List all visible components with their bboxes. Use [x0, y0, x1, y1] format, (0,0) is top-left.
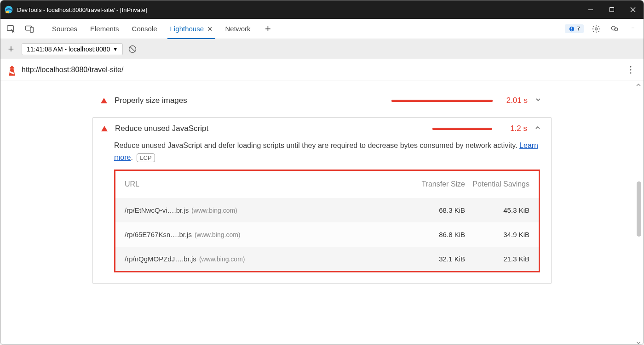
report-selector[interactable]: 11:41:08 AM - localhost:8080 ▼: [22, 43, 123, 55]
audit-time: 2.01 s: [500, 96, 528, 105]
scroll-down-icon[interactable]: [636, 339, 641, 345]
cell-transfer: 86.8 KiB: [405, 231, 465, 238]
audit-title: Reduce unused JavaScript: [115, 124, 425, 133]
cell-transfer: 68.3 KiB: [405, 206, 465, 214]
scroll-up-icon[interactable]: [636, 81, 641, 87]
svg-rect-11: [571, 29, 572, 30]
chevron-up-icon[interactable]: [535, 124, 543, 133]
svg-point-15: [632, 28, 632, 28]
tab-console[interactable]: Console: [126, 19, 164, 39]
report-header: http://localhost:8080/travel-site/: [0, 59, 644, 80]
svg-point-16: [633, 28, 633, 28]
col-header-savings: Potential Savings: [465, 179, 529, 189]
devtools-top-bar: Sources Elements Console Lighthouse × Ne…: [0, 19, 644, 39]
scrollbar-track[interactable]: [635, 80, 643, 345]
window-title-bar: DevTools - localhost:8080/travel-site/ -…: [0, 0, 644, 19]
tab-sources[interactable]: Sources: [46, 19, 84, 39]
svg-line-19: [130, 46, 135, 52]
lighthouse-icon: [7, 65, 17, 75]
svg-rect-6: [7, 25, 14, 30]
cell-transfer: 32.1 KiB: [405, 255, 465, 263]
svg-point-25: [630, 69, 632, 70]
app-icon: [4, 5, 13, 14]
fail-triangle-icon: [101, 98, 107, 103]
issues-count: 7: [577, 25, 580, 32]
chevron-down-icon[interactable]: [535, 96, 543, 105]
tab-elements[interactable]: Elements: [84, 19, 126, 39]
cell-savings: 45.3 KiB: [465, 206, 529, 214]
caret-down-icon: ▼: [113, 46, 118, 52]
issues-badge[interactable]: 7: [565, 24, 584, 33]
inspect-element-icon[interactable]: [5, 23, 17, 35]
audit-item-expanded: Reduce unused JavaScript 1.2 s Reduce un…: [92, 117, 552, 284]
audit-time: 1.2 s: [500, 124, 527, 133]
close-icon[interactable]: ×: [207, 25, 213, 33]
audit-header[interactable]: Properly size images 2.01 s: [92, 90, 552, 112]
lcp-badge: LCP: [137, 153, 155, 162]
more-menu-icon[interactable]: [627, 23, 639, 35]
svg-point-17: [634, 28, 634, 28]
table-row: /rp/65E767Ksn….br.js(www.bing.com) 86.8 …: [115, 222, 539, 247]
lighthouse-toolbar: + 11:41:08 AM - localhost:8080 ▼: [0, 39, 644, 59]
svg-marker-20: [9, 65, 14, 68]
new-report-button[interactable]: +: [5, 43, 17, 55]
audit-header[interactable]: Reduce unused JavaScript 1.2 s: [93, 118, 551, 140]
table-header-row: URL Transfer Size Potential Savings: [115, 171, 539, 198]
col-header-transfer: Transfer Size: [405, 179, 465, 189]
clear-report-button[interactable]: [127, 44, 138, 54]
window-maximize-button[interactable]: [601, 0, 622, 19]
opportunity-table: URL Transfer Size Potential Savings /rp/…: [114, 170, 540, 272]
svg-point-26: [630, 72, 632, 74]
audit-item: Properly size images 2.01 s: [92, 90, 552, 112]
devtools-tabs: Sources Elements Console Lighthouse × Ne…: [46, 19, 257, 39]
report-body: Properly size images 2.01 s Reduce unuse…: [0, 80, 644, 345]
cell-url[interactable]: /rp/65E767Ksn….br.js(www.bing.com): [125, 231, 405, 238]
window-minimize-button[interactable]: [580, 0, 601, 19]
issues-icon: [569, 26, 575, 32]
audit-impact-bar: [432, 128, 492, 130]
table-row: /rp/nQgMOPZdJ….br.js(www.bing.com) 32.1 …: [115, 247, 539, 271]
table-row: /rp/EtNwcQ-vi….br.js(www.bing.com) 68.3 …: [115, 198, 539, 222]
audit-impact-bar: [391, 100, 493, 102]
svg-rect-21: [10, 68, 13, 70]
fail-triangle-icon: [101, 126, 108, 131]
svg-rect-1: [6, 11, 9, 13]
tab-lighthouse[interactable]: Lighthouse ×: [164, 19, 219, 39]
svg-rect-8: [30, 27, 33, 32]
settings-icon[interactable]: [590, 23, 602, 35]
report-menu-icon[interactable]: [624, 63, 637, 76]
window-title: DevTools - localhost:8080/travel-site/ -…: [17, 6, 580, 13]
add-tab-button[interactable]: +: [262, 23, 275, 35]
svg-rect-10: [571, 27, 572, 29]
tab-network[interactable]: Network: [219, 19, 257, 39]
cell-savings: 21.3 KiB: [465, 255, 529, 263]
report-url: http://localhost:8080/travel-site/: [22, 66, 624, 74]
svg-point-12: [595, 28, 598, 30]
scrollbar-thumb[interactable]: [637, 181, 641, 237]
device-toggle-icon[interactable]: [23, 23, 35, 35]
window-close-button[interactable]: [622, 0, 644, 19]
audit-description: Reduce unused JavaScript and defer loadi…: [114, 140, 540, 163]
svg-point-24: [630, 66, 632, 67]
audit-details: Reduce unused JavaScript and defer loadi…: [93, 140, 551, 283]
cell-savings: 34.9 KiB: [465, 231, 529, 238]
cell-url[interactable]: /rp/nQgMOPZdJ….br.js(www.bing.com): [125, 255, 405, 263]
svg-rect-3: [610, 8, 614, 12]
audit-title: Properly size images: [115, 96, 384, 105]
cell-url[interactable]: /rp/EtNwcQ-vi….br.js(www.bing.com): [125, 206, 405, 214]
period: .: [131, 153, 132, 161]
report-selector-label: 11:41:08 AM - localhost:8080: [27, 45, 110, 53]
feedback-icon[interactable]: [609, 23, 621, 35]
col-header-url: URL: [125, 179, 405, 189]
